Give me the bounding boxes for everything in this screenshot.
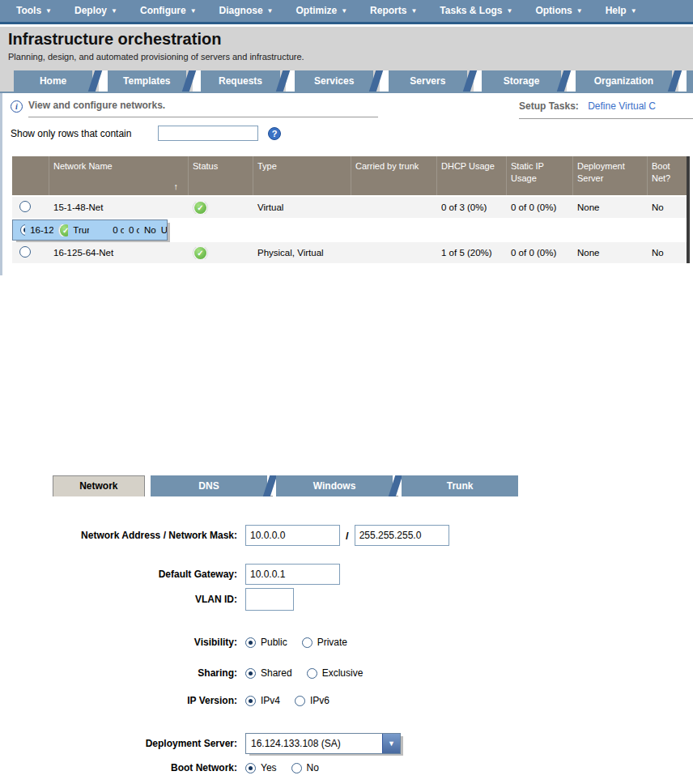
deployment-server-cell: None: [572, 202, 647, 212]
radio-icon: [295, 696, 305, 706]
filter-input[interactable]: [158, 126, 258, 141]
detail-tab-dns[interactable]: DNS: [151, 475, 267, 496]
radio-label: Yes: [261, 762, 277, 773]
deployment-server-cell: None: [572, 248, 647, 258]
tab-partial[interactable]: [687, 70, 693, 92]
detail-tab-windows[interactable]: Windows: [276, 475, 393, 496]
help-icon[interactable]: ?: [268, 127, 281, 140]
tab-storage[interactable]: Storage: [482, 70, 560, 92]
info-message: View and configure networks.: [28, 100, 378, 117]
row-radio[interactable]: [19, 201, 31, 212]
menu-tools[interactable]: Tools▼: [5, 0, 63, 22]
column-header-status[interactable]: Status: [188, 156, 253, 195]
form-row-sharing: Sharing: Shared Exclusive: [0, 667, 567, 679]
radio-option-yes[interactable]: Yes: [245, 762, 277, 773]
network-name-cell: 16-125-64-Net: [49, 248, 188, 258]
status-cell: ✓: [53, 224, 69, 236]
column-header-carried-by-trunk[interactable]: Carried by trunk: [351, 156, 436, 195]
table-row-selected[interactable]: 16-125-26-IPv6-Net ✓ Trunk, Physical 0 o…: [12, 219, 168, 241]
tab-gap: [145, 475, 151, 496]
table-row[interactable]: 15-1-48-Net ✓ Virtual 0 of 3 (0%) 0 of 0…: [12, 197, 687, 218]
setup-tasks-link[interactable]: Define Virtual C: [588, 100, 656, 112]
radio-option-private[interactable]: Private: [302, 637, 347, 648]
filter-label: Show only rows that contain: [11, 128, 158, 139]
boot-net-cell: No: [647, 202, 687, 212]
radio-option-no[interactable]: No: [291, 762, 319, 773]
menu-label: Optimize: [296, 5, 338, 16]
radio-option-exclusive[interactable]: Exclusive: [307, 667, 364, 679]
detail-tab-bar: Network DNS Windows Trunk: [53, 475, 518, 496]
radio-icon: [291, 763, 302, 773]
tab-servers[interactable]: Servers: [389, 70, 467, 92]
radio-option-public[interactable]: Public: [245, 637, 287, 648]
table-header: Network Name↑ Status Type Carried by tru…: [12, 156, 687, 195]
radio-checked-icon: [245, 763, 256, 773]
column-header-network-name[interactable]: Network Name↑: [49, 156, 188, 195]
deployment-server-label: Deployment Server:: [0, 738, 237, 749]
tab-templates[interactable]: Templates: [108, 70, 186, 92]
menu-diagnose[interactable]: Diagnose▼: [208, 0, 285, 22]
detail-tab-trunk[interactable]: Trunk: [402, 475, 518, 496]
form-row-ip-version: IP Version: IPv4 IPv6: [0, 695, 567, 706]
menu-optimize[interactable]: Optimize▼: [285, 0, 359, 22]
menu-deploy[interactable]: Deploy▼: [63, 0, 129, 22]
deployment-server-select[interactable]: 16.124.133.108 (SA) ▼: [245, 733, 401, 754]
column-header-static-ip-usage[interactable]: Static IP Usage: [506, 156, 572, 195]
tab-organization[interactable]: Organization: [576, 70, 672, 92]
radio-label: Exclusive: [322, 667, 364, 679]
menu-label: Deploy: [74, 5, 107, 16]
sharing-label: Sharing:: [0, 667, 237, 679]
networks-pane: i View and configure networks. Setup Tas…: [0, 93, 693, 275]
row-radio[interactable]: [19, 246, 31, 258]
dropdown-arrow-icon: ▼: [507, 7, 513, 15]
network-mask-input[interactable]: [355, 525, 449, 546]
column-header-boot-net[interactable]: Boot Net?: [647, 156, 687, 195]
form-row-visibility: Visibility: Public Private: [0, 637, 567, 648]
sharing-radio-group: Shared Exclusive: [245, 667, 377, 679]
radio-label: IPv4: [261, 695, 280, 706]
form-row-network-address: Network Address / Network Mask: /: [0, 525, 567, 546]
radio-label: No: [307, 762, 319, 773]
menu-tasks-logs[interactable]: Tasks & Logs▼: [428, 0, 524, 22]
menu-configure[interactable]: Configure▼: [129, 0, 208, 22]
radio-option-ipv6[interactable]: IPv6: [295, 695, 329, 706]
menu-help[interactable]: Help▼: [594, 0, 648, 22]
address-mask-separator: /: [346, 530, 349, 542]
column-header-type[interactable]: Type: [253, 156, 351, 195]
detail-tab-network[interactable]: Network: [53, 475, 145, 496]
menu-bar: Tools▼ Deploy▼ Configure▼ Diagnose▼ Opti…: [0, 0, 693, 24]
radio-option-ipv4[interactable]: IPv4: [245, 695, 280, 706]
vlan-id-input[interactable]: [245, 588, 294, 611]
visibility-label: Visibility:: [0, 637, 237, 648]
column-header-select: [12, 156, 49, 195]
network-address-input[interactable]: [245, 525, 340, 546]
status-cell: ✓: [188, 202, 253, 214]
form-row-boot-network: Boot Network: Yes No: [0, 762, 567, 773]
radio-icon: [307, 668, 317, 679]
radio-option-shared[interactable]: Shared: [245, 667, 292, 679]
column-header-deployment-server[interactable]: Deployment Server: [572, 156, 647, 195]
vlan-id-label: VLAN ID:: [0, 594, 237, 605]
dropdown-arrow-icon: ▼: [341, 7, 347, 15]
boot-net-cell: No: [647, 248, 687, 258]
network-detail-pane: Network DNS Windows Trunk Network Addres…: [0, 475, 693, 784]
radio-label: Public: [261, 637, 287, 648]
form-row-vlan-id: VLAN ID:: [0, 588, 567, 611]
networks-table: Network Name↑ Status Type Carried by tru…: [12, 156, 690, 263]
menu-options[interactable]: Options▼: [524, 0, 593, 22]
network-name-cell: 16-125-26-IPv6-Net: [25, 225, 53, 235]
status-ok-icon: ✓: [194, 202, 206, 214]
radio-checked-icon: [245, 668, 256, 679]
status-ok-icon: ✓: [60, 224, 69, 236]
table-row[interactable]: 16-125-64-Net ✓ Physical, Virtual 1 of 5…: [12, 242, 687, 263]
dropdown-arrow-icon[interactable]: ▼: [382, 734, 400, 753]
column-header-dhcp-usage[interactable]: DHCP Usage: [436, 156, 506, 195]
default-gateway-input[interactable]: [245, 564, 340, 585]
network-address-label: Network Address / Network Mask:: [0, 530, 237, 541]
menu-reports[interactable]: Reports▼: [359, 0, 428, 22]
boot-net-cell: Unset: [156, 225, 167, 235]
tab-services[interactable]: Services: [295, 70, 373, 92]
tab-home[interactable]: Home: [14, 70, 92, 92]
row-select-cell: [12, 246, 49, 259]
tab-requests[interactable]: Requests: [201, 70, 279, 92]
